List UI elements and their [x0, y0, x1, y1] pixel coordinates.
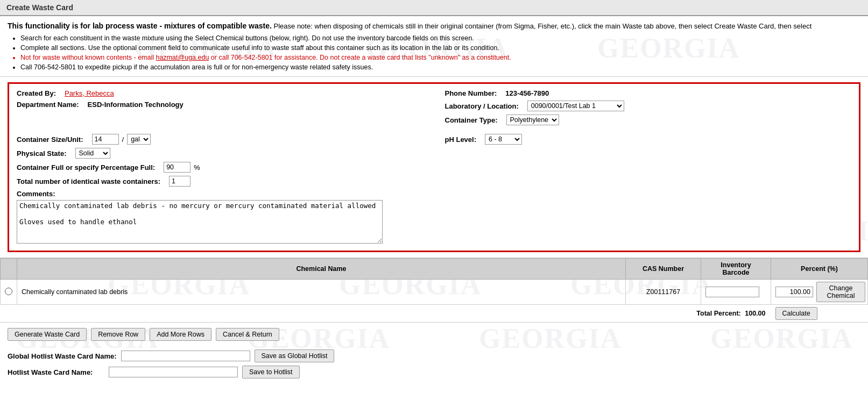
save-to-hotlist-button[interactable]: Save to Hotlist: [242, 366, 300, 378]
calculate-button[interactable]: Calculate: [775, 307, 817, 320]
ph-label: pH Level:: [445, 135, 477, 144]
department-label: Department Name:: [17, 101, 79, 109]
container-unit-select[interactable]: galLmLoz: [127, 134, 151, 145]
comments-textarea[interactable]: [17, 200, 383, 244]
bullet-3: Not for waste without known contents - e…: [20, 54, 860, 61]
total-percent-row: Total Percent: 100.00 Calculate: [1, 305, 868, 323]
comments-label: Comments:: [17, 190, 424, 198]
phone-value: 123-456-7890: [505, 89, 549, 97]
info-rest: Please note: when disposing of chemicals…: [274, 22, 812, 30]
created-by-value[interactable]: Parks, Rebecca: [65, 89, 114, 97]
form-right-lower: pH Level: 6 - 8< 22 - 68 - 12.5> 12.5: [445, 134, 852, 245]
phone-label: Phone Number:: [445, 89, 497, 97]
lab-row: Laboratory / Location: 0090/0001/Test La…: [445, 101, 852, 111]
hotlist-label: Hotlist Waste Card Name:: [8, 368, 104, 376]
hotlist-input[interactable]: [109, 367, 238, 377]
container-size-label: Container Size/Unit:: [17, 135, 83, 144]
hotlist-section: Global Hotlist Waste Card Name: Save as …: [0, 346, 868, 387]
title-bar: Create Waste Card: [0, 0, 868, 16]
row-chemical-name-cell: Chemically contaminated lab debris: [17, 280, 626, 305]
calculate-cell: Calculate: [771, 305, 868, 323]
row-barcode-cell: [701, 280, 771, 305]
global-hotlist-input[interactable]: [121, 351, 250, 361]
col-percent-header: Percent (%): [771, 259, 868, 280]
row-cas-cell: Z00111767: [626, 280, 701, 305]
created-by-row: Created By: Parks, Rebecca: [17, 89, 424, 97]
slash-sep: /: [122, 135, 124, 144]
cancel-return-button[interactable]: Cancel & Return: [216, 328, 279, 341]
container-full-row: Container Full or specify Percentage Ful…: [17, 162, 424, 173]
physical-state-select[interactable]: SolidLiquidGasSludge: [75, 148, 110, 159]
col-barcode-header: InventoryBarcode: [701, 259, 771, 280]
container-size-row: Container Size/Unit: / galLmLoz: [17, 134, 424, 145]
department-value: ESD-Information Technology: [88, 101, 184, 109]
info-main-text: This functionality is for lab process wa…: [8, 22, 860, 30]
chemical-table-section: Chemical Name CAS Number InventoryBarcod…: [0, 258, 868, 322]
info-bold: This functionality is for lab process wa…: [8, 22, 272, 30]
generate-waste-card-button[interactable]: Generate Waste Card: [8, 328, 87, 341]
table-header-row: Chemical Name CAS Number InventoryBarcod…: [1, 259, 868, 280]
container-size-input[interactable]: [92, 134, 119, 145]
total-percent-label: Total Percent:: [696, 310, 740, 317]
lower-form-area: Container Size/Unit: / galLmLoz Physical…: [17, 134, 851, 245]
created-by-label: Created By:: [17, 89, 56, 97]
total-label-cell: Total Percent: 100.00: [1, 305, 771, 323]
percent-area: Change Chemical: [775, 282, 865, 302]
physical-state-label: Physical State:: [17, 149, 67, 158]
container-type-label: Container Type:: [445, 116, 498, 124]
container-type-row: Container Type: PolyethyleneGlassMetalOt…: [445, 115, 852, 125]
global-hotlist-label: Global Hotlist Waste Card Name:: [8, 352, 117, 360]
form-section: Created By: Parks, Rebecca Department Na…: [8, 82, 860, 252]
barcode-input[interactable]: [705, 287, 759, 297]
action-buttons-row: Generate Waste Card Remove Row Add More …: [0, 322, 868, 346]
global-hotlist-row: Global Hotlist Waste Card Name: Save as …: [8, 349, 860, 362]
bullet-2-text: Complete all sections. Use the optional …: [20, 44, 499, 52]
bullet-1: Search for each constituent in the waste…: [20, 34, 860, 42]
bullet-2: Complete all sections. Use the optional …: [20, 44, 860, 52]
container-type-select[interactable]: PolyethyleneGlassMetalOther: [506, 115, 559, 125]
col-cas-header: CAS Number: [626, 259, 701, 280]
save-global-hotlist-button[interactable]: Save as Global Hotlist: [255, 349, 335, 362]
hotlist-row: Hotlist Waste Card Name: Save to Hotlist: [8, 366, 860, 378]
bullet-1-text: Search for each constituent in the waste…: [20, 34, 474, 42]
form-left-lower: Container Size/Unit: / galLmLoz Physical…: [17, 134, 424, 245]
container-full-label: Container Full or specify Percentage Ful…: [17, 163, 155, 172]
col-radio-header: [1, 259, 17, 280]
info-section: This functionality is for lab process wa…: [0, 16, 868, 77]
page-title: Create Waste Card: [6, 3, 73, 12]
hazmat-link[interactable]: hazmat@uga.edu: [156, 54, 209, 61]
total-identical-label: Total number of identical waste containe…: [17, 177, 160, 185]
physical-state-row: Physical State: SolidLiquidGasSludge: [17, 148, 424, 159]
bullet-4: Call 706-542-5801 to expedite pickup if …: [20, 63, 860, 71]
page-content: Create Waste Card This functionality is …: [0, 0, 868, 387]
comments-row: Comments:: [17, 190, 424, 245]
ph-row: pH Level: 6 - 8< 22 - 68 - 12.5> 12.5: [445, 134, 852, 145]
col-chemical-name-header: Chemical Name: [17, 259, 626, 280]
container-full-input[interactable]: [164, 162, 190, 173]
lab-label: Laboratory / Location:: [445, 102, 519, 110]
row-percent-cell: Change Chemical: [771, 280, 868, 305]
row-radio[interactable]: [5, 288, 12, 295]
change-chemical-button[interactable]: Change Chemical: [816, 282, 865, 302]
row-radio-cell: [1, 280, 17, 305]
remove-row-button[interactable]: Remove Row: [91, 328, 145, 341]
top-info-area: Created By: Parks, Rebecca Department Na…: [17, 89, 851, 128]
cas-number-value: Z00111767: [646, 288, 680, 296]
total-identical-row: Total number of identical waste containe…: [17, 176, 424, 187]
add-more-rows-button[interactable]: Add More Rows: [150, 328, 211, 341]
table-row: Chemically contaminated lab debris Z0011…: [1, 280, 868, 305]
lab-select[interactable]: 0090/0001/Test Lab 1: [527, 101, 624, 111]
total-percent-value: 100.00: [745, 310, 765, 317]
bullet-4-text: Call 706-542-5801 to expedite pickup if …: [20, 63, 373, 71]
chemical-table: Chemical Name CAS Number InventoryBarcod…: [0, 258, 868, 322]
ph-select[interactable]: 6 - 8< 22 - 68 - 12.5> 12.5: [485, 134, 522, 145]
info-bullets: Search for each constituent in the waste…: [8, 34, 860, 71]
percent-input[interactable]: [775, 287, 813, 297]
total-identical-input[interactable]: [169, 176, 190, 187]
phone-row: Phone Number: 123-456-7890: [445, 89, 852, 97]
form-right-top: Phone Number: 123-456-7890 Laboratory / …: [445, 89, 852, 128]
department-row: Department Name: ESD-Information Technol…: [17, 101, 424, 109]
form-left-top: Created By: Parks, Rebecca Department Na…: [17, 89, 424, 128]
chemical-name-value: Chemically contaminated lab debris: [22, 288, 128, 296]
percent-suffix: %: [194, 163, 200, 172]
